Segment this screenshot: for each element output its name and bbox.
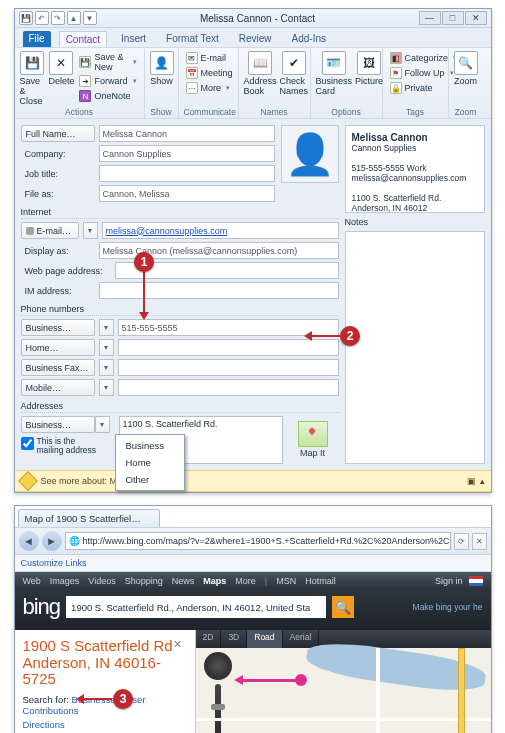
phone-mobile-field[interactable]: [118, 379, 339, 396]
stop-button[interactable]: ✕: [472, 533, 487, 550]
view-2d[interactable]: 2D: [196, 630, 222, 648]
bing-logo: bing: [23, 594, 61, 620]
phone-mobile-button[interactable]: Mobile…: [21, 379, 95, 396]
topnav-news[interactable]: News: [172, 576, 195, 586]
people-pane-bar[interactable]: See more about: Melissa Cannon. ▣ ▴: [15, 470, 491, 492]
close-panel-icon[interactable]: ✕: [173, 638, 182, 651]
zoom-slider[interactable]: [215, 684, 221, 733]
forward-icon: ➜: [79, 75, 91, 87]
onenote-button[interactable]: NOneNote: [77, 89, 138, 103]
tab-addins[interactable]: Add-Ins: [286, 31, 332, 47]
qat-undo-icon[interactable]: ↶: [35, 11, 49, 25]
address-book-button[interactable]: 📖Address Book: [244, 51, 277, 96]
refresh-button[interactable]: ⟳: [454, 533, 469, 550]
phone-home-dropdown[interactable]: ▾: [99, 339, 114, 356]
mailing-address-checkbox[interactable]: This is the mailing address: [21, 437, 101, 456]
directions-link[interactable]: Directions: [23, 719, 65, 730]
file-as-field[interactable]: Cannon, Melissa: [99, 185, 275, 202]
business-card-button[interactable]: 🪪Business Card: [316, 51, 353, 96]
addr-menu-home[interactable]: Home: [118, 454, 183, 471]
internet-header: Internet: [21, 207, 339, 219]
browser-tab[interactable]: Map of 1900 S Scatterfiel…: [18, 509, 160, 527]
topnav-more[interactable]: More: [235, 576, 256, 586]
company-field[interactable]: Cannon Supplies: [99, 145, 275, 162]
phone-fax-field[interactable]: [118, 359, 339, 376]
maximize-button[interactable]: □: [442, 11, 464, 25]
save-new-button[interactable]: 💾Save & New: [77, 51, 138, 73]
forward-button[interactable]: ➜Forward: [77, 74, 138, 88]
tab-file[interactable]: File: [23, 31, 51, 47]
topnav-videos[interactable]: Videos: [88, 576, 115, 586]
callout-1: 1: [134, 252, 154, 272]
back-button[interactable]: ◄: [19, 531, 39, 551]
more-comm-button[interactable]: ⋯More: [184, 81, 235, 95]
make-homepage-link[interactable]: Make bing your he: [413, 602, 483, 612]
check-names-button[interactable]: ✔Check Names: [280, 51, 309, 96]
topnav-images[interactable]: Images: [50, 576, 80, 586]
tab-contact[interactable]: Contact: [59, 31, 107, 47]
minimize-button[interactable]: —: [419, 11, 441, 25]
phone-business-button[interactable]: Business…: [21, 319, 95, 336]
meeting-button[interactable]: 📅Meeting: [184, 66, 235, 80]
presence-icon: [26, 227, 34, 235]
phone-fax-dropdown[interactable]: ▾: [99, 359, 114, 376]
signin-link[interactable]: Sign in: [435, 576, 463, 586]
delete-button[interactable]: ✕Delete: [48, 51, 74, 86]
customize-links[interactable]: Customize Links: [21, 558, 87, 568]
full-name-button[interactable]: Full Name…: [21, 125, 95, 142]
tab-insert[interactable]: Insert: [115, 31, 152, 47]
zoom-icon: 🔍: [454, 51, 478, 75]
email-type-dropdown[interactable]: ▾: [83, 222, 98, 239]
qat-redo-icon[interactable]: ↷: [51, 11, 65, 25]
group-zoom-label: Zoom: [454, 107, 478, 117]
topnav-web[interactable]: Web: [23, 576, 41, 586]
notes-field[interactable]: [345, 231, 485, 464]
tab-review[interactable]: Review: [233, 31, 278, 47]
business-card-preview[interactable]: Melissa Cannon Cannon Supplies 515-555-5…: [345, 125, 485, 213]
contact-photo[interactable]: 👤: [281, 125, 339, 183]
qat-save-icon[interactable]: 💾: [19, 11, 33, 25]
email-button[interactable]: ✉E-mail: [184, 51, 235, 65]
save-close-button[interactable]: 💾Save & Close: [20, 51, 46, 106]
tab-format-text[interactable]: Format Text: [160, 31, 225, 47]
phone-business-dropdown[interactable]: ▾: [99, 319, 114, 336]
job-title-field[interactable]: [99, 165, 275, 182]
phone-home-field[interactable]: [118, 339, 339, 356]
picture-button[interactable]: 🖼Picture: [355, 51, 383, 86]
search-go-button[interactable]: 🔍: [332, 596, 354, 618]
phone-fax-button[interactable]: Business Fax…: [21, 359, 95, 376]
address-type-dropdown[interactable]: ▾: [95, 416, 110, 433]
topnav-shopping[interactable]: Shopping: [125, 576, 163, 586]
notif-collapse-icon[interactable]: ▴: [480, 476, 485, 486]
topnav-maps[interactable]: Maps: [203, 576, 226, 586]
callout-3-arrow: [78, 698, 112, 700]
url-field[interactable]: 🌐 http://www.bing.com/maps/?v=2&where1=1…: [65, 532, 451, 550]
show-button[interactable]: 👤Show: [150, 51, 174, 86]
full-name-field[interactable]: Melissa Cannon: [99, 125, 275, 142]
map-search-input[interactable]: 1900 S. Scatterfield Rd., Anderson, IN 4…: [66, 596, 326, 618]
group-communicate-label: Communicate: [184, 107, 233, 117]
addr-menu-other[interactable]: Other: [118, 471, 183, 488]
email-button-label[interactable]: E-mail…: [21, 222, 79, 239]
phone-home-button[interactable]: Home…: [21, 339, 95, 356]
zoom-button[interactable]: 🔍Zoom: [454, 51, 478, 86]
im-field[interactable]: [99, 282, 339, 299]
locale-flag-icon[interactable]: [469, 576, 483, 586]
view-road[interactable]: Road: [247, 630, 282, 648]
phone-mobile-dropdown[interactable]: ▾: [99, 379, 114, 396]
topnav-msn[interactable]: MSN: [276, 576, 296, 586]
view-3d[interactable]: 3D: [221, 630, 247, 648]
email-field[interactable]: melissa@cannonsupplies.com: [102, 222, 339, 239]
address-business-button[interactable]: Business…: [21, 416, 95, 433]
notif-expand-icon[interactable]: ▣: [467, 476, 476, 486]
close-button[interactable]: ✕: [465, 11, 487, 25]
map-it-button[interactable]: Map It: [287, 416, 339, 463]
qat-next-icon[interactable]: ▼: [83, 11, 97, 25]
forward-button[interactable]: ►: [42, 531, 62, 551]
company-label: Company:: [21, 149, 95, 159]
callout-3: 3: [113, 689, 133, 709]
qat-prev-icon[interactable]: ▲: [67, 11, 81, 25]
topnav-hotmail[interactable]: Hotmail: [305, 576, 336, 586]
compass-icon[interactable]: [204, 652, 232, 680]
addr-menu-business[interactable]: Business: [118, 437, 183, 454]
